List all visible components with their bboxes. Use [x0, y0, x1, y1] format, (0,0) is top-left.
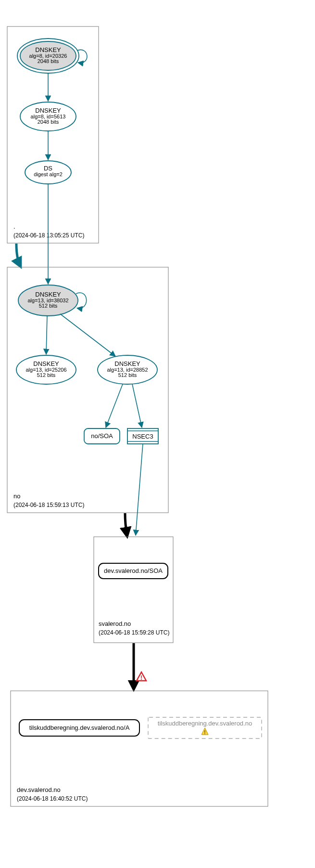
- zone-no-timestamp: (2024-06-18 15:59:13 UTC): [13, 502, 84, 508]
- zone-root-timestamp: (2024-06-18 13:05:25 UTC): [13, 232, 84, 239]
- no-nsec3-label: NSEC3: [132, 433, 153, 440]
- dnssec-trust-tree: DNSKEY alg=8, id=20326 2048 bits DNSKEY …: [0, 0, 315, 868]
- no-nsec3: NSEC3: [127, 428, 158, 444]
- no-soa: no/SOA: [84, 428, 120, 444]
- no-soa-label: no/SOA: [91, 432, 113, 440]
- edge-delegation-no-to-svalerod: [125, 513, 127, 535]
- root-dnskey-ksk: DNSKEY alg=8, id=20326 2048 bits: [17, 39, 79, 73]
- svg-text:!: !: [204, 730, 205, 735]
- no-dnskey-ksk: DNSKEY alg=13, id=38032 512 bits: [18, 285, 78, 316]
- edge-no-zsk2-to-soa: [106, 384, 123, 428]
- root-ksk-title: DNSKEY: [35, 46, 61, 53]
- zone-no-label: no: [13, 492, 20, 500]
- root-zsk-line2: 2048 bits: [38, 119, 59, 125]
- root-dnskey-zsk: DNSKEY alg=8, id=5613 2048 bits: [20, 102, 76, 131]
- root-ds-title: DS: [44, 165, 52, 172]
- edge-no-ksk-to-zsk1: [46, 316, 47, 354]
- zone-svalerod-timestamp: (2024-06-18 15:59:28 UTC): [99, 629, 169, 636]
- zone-svalerod-label: svalerod.no: [99, 620, 131, 627]
- zone-dev-svalerod: tilskuddberegning.dev.svalerod.no/A tils…: [11, 691, 268, 806]
- no-zsk1-title: DNSKEY: [33, 360, 59, 367]
- no-zsk1-line2: 512 bits: [37, 372, 56, 378]
- zone-dev-label: dev.svalerod.no: [17, 786, 61, 793]
- warning-error-icon: !: [137, 672, 146, 681]
- no-dnskey-zsk1: DNSKEY alg=13, id=25206 512 bits: [16, 355, 76, 384]
- edge-delegation-root-to-no: [16, 244, 20, 266]
- no-ksk-line2: 512 bits: [39, 303, 58, 309]
- svalerod-soa: dev.svalerod.no/SOA: [99, 563, 168, 579]
- dev-missing-label: tilskuddberegning.dev.svalerod.no: [158, 720, 252, 727]
- zone-root-label: .: [13, 223, 15, 230]
- zone-no: DNSKEY alg=13, id=38032 512 bits DNSKEY …: [7, 267, 168, 513]
- no-ksk-title: DNSKEY: [35, 291, 61, 298]
- zone-svalerod: dev.svalerod.no/SOA svalerod.no (2024-06…: [94, 537, 173, 643]
- dev-a-record: tilskuddberegning.dev.svalerod.no/A: [19, 720, 139, 736]
- dev-missing-domain: tilskuddberegning.dev.svalerod.no !: [148, 717, 262, 738]
- root-ksk-line2: 2048 bits: [38, 58, 59, 64]
- dev-a-label: tilskuddberegning.dev.svalerod.no/A: [29, 724, 130, 731]
- svalerod-soa-label: dev.svalerod.no/SOA: [104, 567, 163, 574]
- root-ds: DS digest alg=2: [25, 161, 71, 184]
- edge-no-ksk-to-zsk2: [60, 314, 115, 356]
- zone-root: DNSKEY alg=8, id=20326 2048 bits DNSKEY …: [7, 26, 99, 243]
- svg-text:!: !: [140, 674, 142, 681]
- no-dnskey-zsk2: DNSKEY alg=13, id=28852 512 bits: [98, 355, 157, 384]
- no-zsk2-title: DNSKEY: [114, 360, 140, 367]
- edge-nsec3-to-svalerod: [136, 444, 143, 535]
- zone-dev-timestamp: (2024-06-18 16:40:52 UTC): [17, 795, 88, 802]
- no-zsk2-line2: 512 bits: [118, 372, 137, 378]
- root-zsk-title: DNSKEY: [35, 107, 61, 114]
- edge-no-zsk2-to-nsec3: [132, 384, 142, 428]
- root-ds-line1: digest alg=2: [34, 171, 63, 177]
